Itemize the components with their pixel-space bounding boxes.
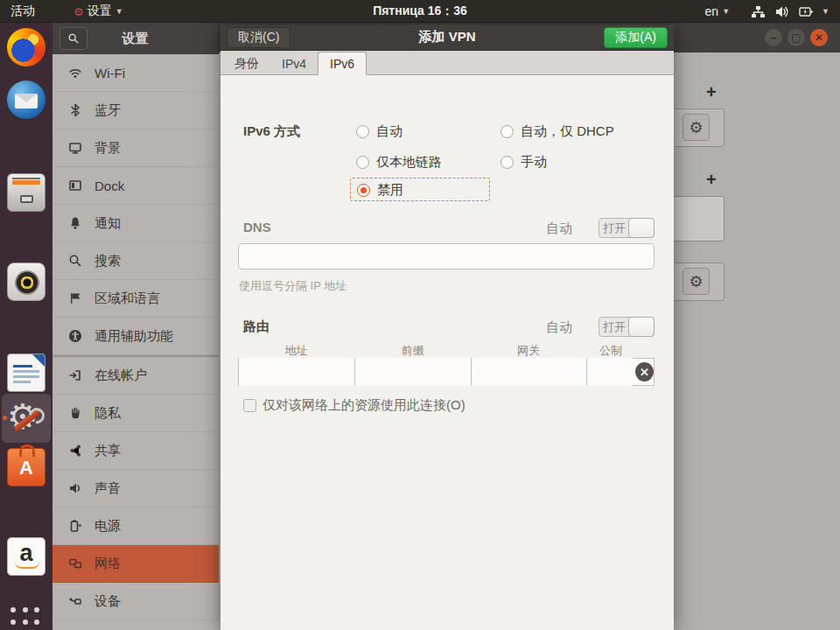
top-bar: 活动 ⚙ 设置 ▼ Пятница 16：36 en ▼ ▼ — [0, 0, 840, 23]
power-icon — [68, 519, 82, 533]
route-address-input[interactable] — [239, 358, 355, 386]
rhythmbox-icon[interactable] — [7, 262, 46, 301]
screen: 活动 ⚙ 设置 ▼ Пятница 16：36 en ▼ ▼ — [0, 0, 840, 630]
online-accounts-icon — [68, 368, 82, 382]
dialog-tabs: 身份 IPv4 IPv6 — [220, 51, 674, 75]
routes-label: 路由 — [243, 318, 270, 335]
radio-automatic-dhcp-only[interactable]: 自动，仅 DHCP — [500, 122, 614, 140]
volume-icon[interactable] — [774, 5, 789, 18]
tab-identity[interactable]: 身份 — [223, 52, 270, 74]
radio-automatic[interactable]: 自动 — [356, 122, 402, 140]
ubuntu-software-icon[interactable]: A — [7, 448, 46, 486]
battery-icon[interactable] — [798, 5, 813, 18]
thunderbird-icon[interactable] — [7, 80, 46, 119]
sidebar-item-sound[interactable]: 声音 — [52, 470, 219, 508]
sidebar-item-search[interactable]: 搜索 — [52, 242, 219, 280]
network-icon — [68, 556, 82, 570]
routes-automatic-switch[interactable]: 打开 — [598, 317, 654, 337]
proxy-options-button[interactable]: ⚙ — [682, 268, 710, 295]
prefix-column-header: 前缀 — [354, 343, 471, 359]
sidebar-item-power[interactable]: 电源 — [52, 508, 219, 545]
libreoffice-writer-icon[interactable] — [7, 354, 46, 392]
amazon-icon[interactable]: a — [7, 537, 46, 576]
add-connection-button[interactable]: + — [706, 82, 717, 102]
search-icon — [68, 254, 82, 268]
radio-icon — [356, 156, 369, 169]
dialog-header: 添加 VPN 取消(C) 添加(A) — [220, 24, 674, 51]
bell-icon — [68, 216, 82, 230]
dns-label: DNS — [243, 220, 271, 234]
gateway-column-header: 网关 — [471, 343, 586, 359]
wifi-icon — [68, 66, 82, 80]
show-applications-button[interactable] — [10, 607, 42, 630]
share-icon — [68, 444, 82, 458]
dock-icon — [68, 178, 82, 192]
network-wired-icon[interactable] — [751, 5, 766, 18]
address-column-header: 地址 — [238, 343, 354, 359]
sidebar-list: Wi-Fi 蓝牙 背景 Dock 通知 — [52, 54, 219, 620]
minimize-button[interactable]: – — [765, 29, 782, 46]
ipv6-method-label: IPv6 方式 — [243, 123, 300, 140]
only-this-network-label: 仅对该网络上的资源使用此连接(O) — [262, 397, 466, 414]
clock[interactable]: Пятница 16：36 — [373, 4, 467, 19]
routes-automatic-label: 自动 — [546, 319, 572, 336]
sidebar-item-network[interactable]: 网络 — [52, 545, 219, 583]
sidebar-item-online-accounts[interactable]: 在线帐户 — [52, 357, 219, 395]
add-vpn-button[interactable]: + — [706, 170, 717, 190]
dns-automatic-label: 自动 — [546, 220, 572, 237]
connection-options-button[interactable]: ⚙ — [682, 114, 710, 141]
route-metric-input[interactable] — [587, 358, 633, 386]
radio-link-local-only[interactable]: 仅本地链路 — [356, 153, 442, 171]
keyboard-layout-indicator[interactable]: en ▼ — [705, 4, 731, 18]
dock: A a ⚙ — [0, 23, 52, 630]
sidebar-item-devices[interactable]: 设备 — [52, 583, 219, 620]
radio-disable[interactable]: 禁用 — [357, 181, 403, 199]
ipv6-tab-panel: IPv6 方式 自动 自动，仅 DHCP 仅本地链路 手动 禁用 — [220, 75, 674, 630]
bluetooth-icon — [68, 103, 82, 117]
cancel-button[interactable]: 取消(C) — [227, 27, 290, 48]
sidebar-item-privacy[interactable]: 隐私 — [52, 395, 219, 432]
chevron-down-icon: ▼ — [722, 7, 730, 16]
tab-ipv4[interactable]: IPv4 — [270, 52, 318, 74]
sidebar-header: 设置 — [52, 23, 219, 54]
background-icon — [68, 141, 82, 155]
sidebar-item-universal-access[interactable]: 通用辅助功能 — [52, 318, 219, 355]
checkbox-unchecked-icon[interactable] — [243, 399, 256, 412]
chevron-down-icon[interactable]: ▼ — [822, 7, 830, 16]
sidebar-item-sharing[interactable]: 共享 — [52, 432, 219, 470]
switch-knob — [628, 218, 654, 238]
radio-checked-icon — [357, 184, 370, 197]
radio-icon — [500, 125, 514, 138]
sidebar-item-region-language[interactable]: 区域和语言 — [52, 280, 219, 318]
sidebar-item-dock[interactable]: Dock — [52, 167, 219, 205]
route-gateway-input[interactable] — [472, 358, 587, 386]
settings-gear-wrench-icon: ⚙ — [7, 398, 46, 437]
only-this-network-row[interactable]: 仅对该网络上的资源使用此连接(O) — [243, 397, 466, 414]
tab-ipv6[interactable]: IPv6 — [318, 52, 367, 75]
settings-dock-tile[interactable]: ⚙ — [2, 394, 51, 443]
hand-icon — [68, 406, 82, 420]
speaker-icon — [68, 481, 82, 495]
devices-icon — [68, 594, 82, 608]
flag-icon — [68, 291, 82, 305]
close-button[interactable]: ✕ — [810, 29, 828, 46]
sidebar-item-wifi[interactable]: Wi-Fi — [52, 54, 219, 92]
sidebar-item-background[interactable]: 背景 — [52, 130, 219, 167]
delete-route-button[interactable]: ✕ — [635, 362, 654, 382]
route-prefix-input[interactable] — [355, 358, 472, 386]
maximize-button[interactable]: ▢ — [788, 29, 805, 46]
files-icon[interactable] — [7, 173, 46, 212]
switch-knob — [628, 317, 654, 337]
radio-icon — [500, 156, 514, 169]
radio-icon — [356, 125, 369, 138]
add-button[interactable]: 添加(A) — [604, 27, 668, 48]
sidebar-item-notifications[interactable]: 通知 — [52, 205, 219, 242]
firefox-icon[interactable] — [7, 28, 46, 66]
dns-automatic-switch[interactable]: 打开 — [598, 218, 654, 238]
dns-input[interactable] — [238, 243, 654, 270]
radio-manual[interactable]: 手动 — [500, 153, 547, 171]
accessibility-icon — [68, 329, 82, 343]
sidebar-item-bluetooth[interactable]: 蓝牙 — [52, 92, 219, 130]
sidebar-title: 设置 — [52, 31, 218, 47]
settings-sidebar: 设置 Wi-Fi 蓝牙 背景 — [52, 23, 219, 630]
